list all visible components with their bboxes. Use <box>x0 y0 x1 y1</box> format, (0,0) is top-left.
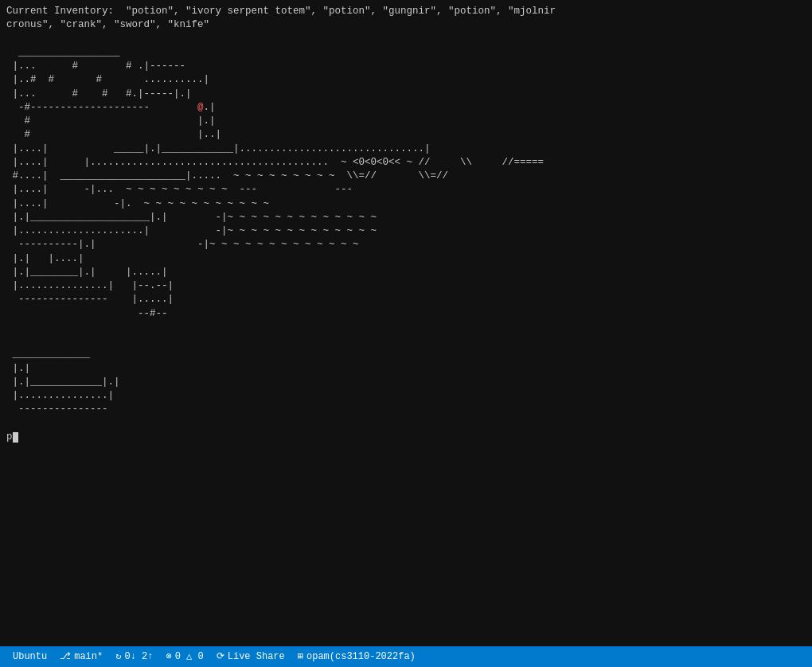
terminal-content: Current Inventory: "potion", "ivory serp… <box>6 6 556 443</box>
remote-icon: ⊞ <box>298 650 303 664</box>
branch-icon: ⎇ <box>60 650 71 664</box>
status-bar: Ubuntu ⎇ main* ↻ 0↓ 2↑ ⊗ 0 △ 0 ⟳ Live Sh… <box>0 646 812 667</box>
liveshare-icon: ⟳ <box>217 650 224 664</box>
errors-label: 0 △ 0 <box>175 650 204 664</box>
status-ubuntu[interactable]: Ubuntu <box>6 646 53 667</box>
branch-label: main* <box>74 650 103 664</box>
error-icon: ⊗ <box>166 650 171 664</box>
status-errors[interactable]: ⊗ 0 △ 0 <box>159 646 209 667</box>
sync-icon: ↻ <box>115 650 121 664</box>
status-liveshare[interactable]: ⟳ Live Share <box>210 646 291 667</box>
ubuntu-label: Ubuntu <box>13 650 47 664</box>
liveshare-label: Live Share <box>228 650 285 664</box>
terminal-output[interactable]: Current Inventory: "potion", "ivory serp… <box>0 0 812 646</box>
remote-label: opam(cs3110-2022fa) <box>306 650 416 664</box>
status-branch[interactable]: ⎇ main* <box>53 646 109 667</box>
status-sync[interactable]: ↻ 0↓ 2↑ <box>109 646 159 667</box>
sync-label: 0↓ 2↑ <box>124 650 153 664</box>
cursor <box>13 432 18 443</box>
status-remote[interactable]: ⊞ opam(cs3110-2022fa) <box>291 646 422 667</box>
